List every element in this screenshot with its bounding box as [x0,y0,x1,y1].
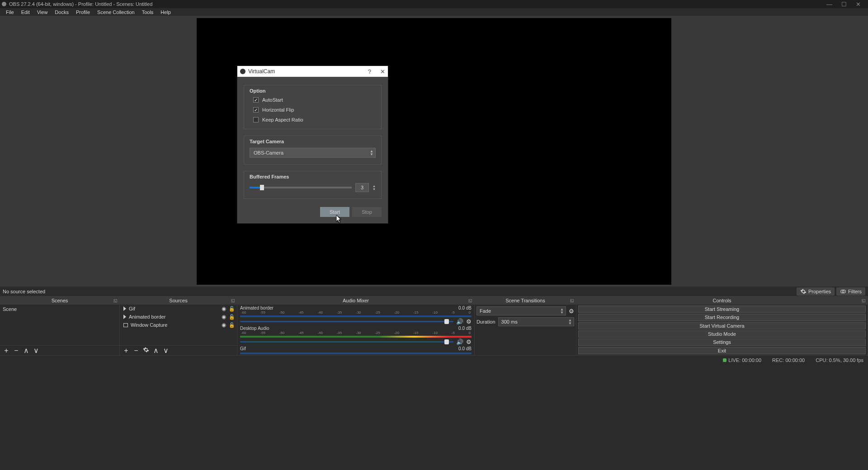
source-settings-button[interactable] [142,347,150,355]
autostart-label: AutoStart [262,97,283,103]
scenes-dock: Scenes ◱ Scene + − ∧ ∨ [0,296,120,355]
source-down-button[interactable]: ∨ [162,346,170,355]
app-icon [2,2,6,6]
filters-label: Filters [848,289,862,294]
preview-area [0,16,868,287]
add-source-button[interactable]: + [123,347,130,355]
hflip-label: Horizontal Flip [262,107,294,113]
keep-ar-checkbox-row[interactable]: Keep Aspect Ratio [250,117,376,122]
lock-icon[interactable]: 🔓 [229,306,235,312]
gear-icon [143,347,149,353]
duration-spinbox[interactable]: 300 ms ▲▼ [498,317,574,326]
live-status: LIVE: 00:00:00 [723,357,761,363]
remove-scene-button[interactable]: − [13,347,20,355]
transition-settings-icon[interactable]: ⚙ [569,308,574,315]
scenes-list[interactable]: Scene [0,305,119,345]
popout-icon[interactable]: ◱ [570,298,574,303]
menu-help[interactable]: Help [157,9,174,16]
chevron-updown-icon: ▲▼ [560,308,564,314]
source-row[interactable]: Window Capture ◉ 🔓 [120,321,237,329]
visibility-icon[interactable]: ◉ [222,314,226,320]
media-icon [123,315,126,319]
transition-select[interactable]: Fade ▲▼ [476,306,566,315]
buffered-frames-label: Buffered Frames [250,174,376,179]
settings-button[interactable]: Settings [578,338,866,346]
exit-button[interactable]: Exit [578,347,866,354]
autostart-checkbox-row[interactable]: AutoStart [250,97,376,103]
source-name: Gif [129,306,135,311]
dialog-body: Option AutoStart Horizontal Flip Keep As… [237,77,388,223]
studio-mode-button[interactable]: Studio Mode [578,330,866,338]
start-streaming-button[interactable]: Start Streaming [578,306,866,313]
popout-icon[interactable]: ◱ [231,298,235,303]
checkbox-icon[interactable] [253,117,259,122]
meter-bar [240,352,472,354]
source-row[interactable]: Gif ◉ 🔓 [120,305,237,313]
target-camera-select[interactable]: OBS-Camera ▲▼ [250,148,376,158]
speaker-icon[interactable]: 🔊 [456,318,463,325]
buffered-frames-group: Buffered Frames 3 ▲▼ [244,171,382,199]
buffered-frames-spinbox[interactable]: 3 [355,183,369,192]
track-level: 0.0 dB [458,306,472,310]
close-icon[interactable]: ✕ [380,68,385,75]
menu-scene-collection[interactable]: Scene Collection [94,9,138,16]
window-title: OBS 27.2.4 (64-bit, windows) - Profile: … [9,1,152,7]
volume-slider[interactable] [240,321,453,322]
menu-view[interactable]: View [34,9,51,16]
scene-item[interactable]: Scene [0,305,119,314]
visibility-icon[interactable]: ◉ [222,322,226,328]
source-toolbar: No source selected Properties Filters [0,287,868,296]
lock-icon[interactable]: 🔓 [229,322,235,328]
remove-source-button[interactable]: − [132,347,140,355]
mixer-header: Audio Mixer ◱ [237,296,474,305]
scenes-title: Scenes [52,298,68,303]
dialog-icon [240,69,245,74]
menu-profile[interactable]: Profile [73,9,93,16]
menu-tools[interactable]: Tools [139,9,157,16]
properties-button[interactable]: Properties [797,287,835,296]
sources-list[interactable]: Gif ◉ 🔓 Animated border ◉ 🔓 Window Captu… [120,305,237,345]
maximize-icon[interactable]: ☐ [841,1,847,8]
visibility-icon[interactable]: ◉ [222,306,226,312]
menu-docks[interactable]: Docks [52,9,72,16]
chevron-updown-icon: ▲▼ [568,319,572,325]
rec-status: REC: 00:00:00 [772,357,805,363]
chevron-updown-icon[interactable]: ▲▼ [373,184,376,191]
start-virtual-camera-button[interactable]: Start Virtual Camera [578,322,866,329]
menu-file[interactable]: File [3,9,17,16]
popout-icon[interactable]: ◱ [113,298,118,303]
track-name: Gif [240,346,246,351]
lock-icon[interactable]: 🔓 [229,314,235,320]
meter-bar [240,336,472,338]
start-recording-button[interactable]: Start Recording [578,314,866,321]
hflip-checkbox-row[interactable]: Horizontal Flip [250,107,376,113]
popout-icon[interactable]: ◱ [862,298,866,303]
buffered-frames-slider[interactable] [250,187,352,188]
filters-button[interactable]: Filters [836,287,865,296]
popout-icon[interactable]: ◱ [468,298,472,303]
dialog-titlebar[interactable]: VirtualCam ? ✕ [237,66,388,77]
checkbox-icon[interactable] [253,97,259,103]
checkbox-icon[interactable] [253,107,259,113]
menu-edit[interactable]: Edit [18,9,33,16]
sources-footer: + − ∧ ∨ [120,345,237,355]
close-icon[interactable]: ✕ [856,1,861,8]
media-icon [123,306,126,311]
track-settings-icon[interactable]: ⚙ [466,318,472,325]
menu-bar: File Edit View Docks Profile Scene Colle… [0,8,868,16]
meter-scale: -60-55-50-45-40-35-30-25-20-15-10-50 [240,310,472,315]
help-icon[interactable]: ? [368,68,371,75]
source-row[interactable]: Animated border ◉ 🔓 [120,313,237,321]
transitions-title: Scene Transitions [505,298,545,303]
stop-button[interactable]: Stop [352,207,382,217]
scene-up-button[interactable]: ∧ [23,346,30,355]
properties-label: Properties [808,289,831,294]
scene-down-button[interactable]: ∨ [33,346,40,355]
start-button[interactable]: Start [320,207,349,217]
source-up-button[interactable]: ∧ [152,346,160,355]
add-scene-button[interactable]: + [3,347,10,355]
track-settings-icon[interactable]: ⚙ [466,338,472,345]
minimize-icon[interactable]: — [826,1,832,8]
speaker-icon[interactable]: 🔊 [456,338,463,345]
volume-slider[interactable] [240,341,453,343]
